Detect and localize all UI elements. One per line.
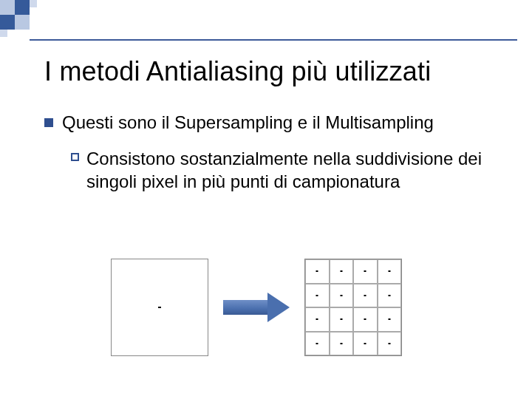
slide-body: Questi sono il Supersampling e il Multis… <box>44 111 495 194</box>
single-pixel-box <box>111 259 208 356</box>
subdivided-pixel-grid <box>304 259 402 356</box>
slide-title: I metodi Antialiasing più utilizzati <box>44 56 502 87</box>
sample-point-icon <box>158 307 161 308</box>
diagram <box>111 259 402 356</box>
bullet-level1-text: Questi sono il Supersampling e il Multis… <box>62 111 434 134</box>
bullet-level1: Questi sono il Supersampling e il Multis… <box>44 111 495 134</box>
bullet-level2: Consistono sostanzialmente nella suddivi… <box>71 147 495 193</box>
corner-decoration <box>0 0 74 44</box>
slide: I metodi Antialiasing più utilizzati Que… <box>0 0 532 399</box>
arrow-right-icon <box>223 293 290 322</box>
hollow-square-bullet-icon <box>71 153 79 161</box>
bullet-level2-text: Consistono sostanzialmente nella suddivi… <box>86 147 485 193</box>
square-bullet-icon <box>44 118 53 127</box>
header-rule <box>30 39 517 41</box>
arrow-wrap <box>208 293 304 322</box>
